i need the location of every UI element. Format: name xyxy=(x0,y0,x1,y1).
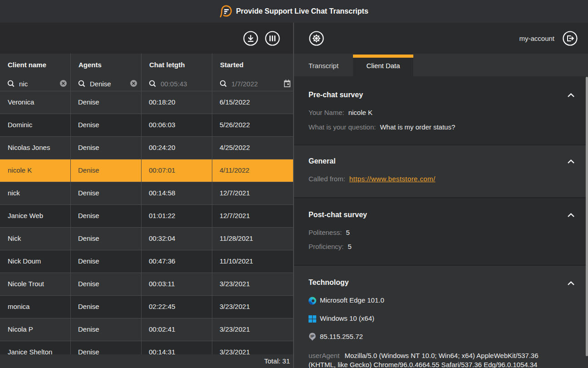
svg-text:IP: IP xyxy=(310,334,314,338)
